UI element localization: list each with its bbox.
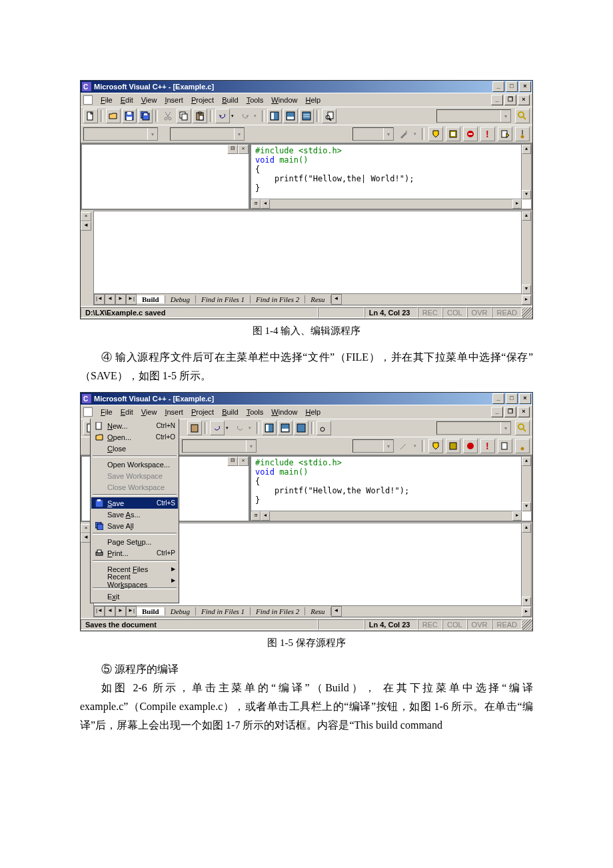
output-scrollbar[interactable]: ▲▼► <box>521 523 531 617</box>
tab-nav-next[interactable]: ► <box>115 606 126 617</box>
maximize-button[interactable]: □ <box>506 81 518 92</box>
horizontal-scrollbar[interactable]: ⊟◄► <box>251 511 522 521</box>
tab-nav-next[interactable]: ► <box>115 294 126 305</box>
tab-find2[interactable]: Find in Files 2 <box>251 295 305 303</box>
horizontal-scrollbar[interactable]: ⊟◄► <box>251 199 522 209</box>
code-editor[interactable]: #include <stdio.h> void main() { printf(… <box>251 456 532 521</box>
workspace-pane[interactable]: ⊟ × <box>81 144 249 209</box>
compile-button[interactable] <box>428 439 443 453</box>
menu-insert[interactable]: Insert <box>161 96 187 104</box>
menu-file[interactable]: File <box>97 96 117 104</box>
tab-build[interactable]: Build <box>137 295 165 303</box>
output-pane[interactable]: ▲▼► |◄ ◄ ► ►| Build Debug Find in Files … <box>93 211 532 305</box>
tab-nav-last[interactable]: ►| <box>126 294 137 305</box>
menu-item-close[interactable]: Close <box>91 443 178 454</box>
mdi-restore-button[interactable]: ❐ <box>504 407 516 417</box>
new-text-button[interactable] <box>83 109 98 123</box>
menu-build[interactable]: Build <box>218 408 242 416</box>
menu-item-exit[interactable]: Exit <box>91 591 178 602</box>
menu-tools[interactable]: Tools <box>243 408 268 416</box>
vertical-scrollbar[interactable]: ▲▼ <box>521 145 531 199</box>
pane-close-button[interactable]: × <box>238 457 249 466</box>
stop-build-button[interactable] <box>463 127 478 141</box>
filter-combo[interactable]: ▼ <box>352 439 394 453</box>
tab-nav-first[interactable]: |◄ <box>94 294 105 305</box>
output-button[interactable] <box>283 109 298 123</box>
wizard-button[interactable] <box>396 127 411 141</box>
copy-button[interactable] <box>177 109 191 123</box>
resize-grip[interactable] <box>522 307 532 318</box>
menu-item-page-setup[interactable]: Page Setup... <box>91 536 178 547</box>
execute-button[interactable]: ! <box>480 439 495 453</box>
close-button[interactable]: × <box>519 393 531 404</box>
tab-debug[interactable]: Debug <box>165 295 196 303</box>
close-button[interactable]: × <box>519 81 531 92</box>
menu-project[interactable]: Project <box>187 408 218 416</box>
find-button[interactable] <box>515 109 530 123</box>
build-button[interactable] <box>446 439 460 453</box>
menu-item-open-workspace[interactable]: Open Workspace... <box>91 459 178 470</box>
go-button[interactable] <box>498 127 512 141</box>
save-button[interactable] <box>122 109 137 123</box>
menu-view[interactable]: View <box>137 408 161 416</box>
pane-dock-button[interactable]: ⊟ <box>227 145 238 154</box>
find-in-files-button[interactable] <box>316 421 331 435</box>
go-button[interactable] <box>498 439 512 453</box>
member-combo[interactable]: ▼ <box>170 127 245 141</box>
undo-button[interactable] <box>215 109 230 123</box>
resize-grip[interactable] <box>522 619 532 630</box>
menu-item-save-all[interactable]: Save All <box>91 520 178 531</box>
menu-project[interactable]: Project <box>187 96 218 104</box>
tab-scroll-left[interactable]: ◄ <box>331 294 342 305</box>
vertical-scrollbar[interactable]: ▲▼ <box>521 457 531 511</box>
compile-button[interactable] <box>428 127 443 141</box>
paste-button[interactable] <box>187 421 202 435</box>
tab-nav-last[interactable]: ►| <box>126 606 137 617</box>
build-button[interactable] <box>446 127 460 141</box>
menu-insert[interactable]: Insert <box>161 408 187 416</box>
mdi-close-button[interactable]: × <box>518 407 530 417</box>
mdi-minimize-button[interactable]: _ <box>491 407 503 417</box>
tab-nav-first[interactable]: |◄ <box>94 606 105 617</box>
menu-build[interactable]: Build <box>218 96 242 104</box>
menu-item-recent-workspaces[interactable]: Recent Workspaces▶ <box>91 575 178 586</box>
output-close-button[interactable]: × <box>81 212 91 221</box>
output-button[interactable] <box>278 421 293 435</box>
find-button[interactable] <box>515 421 530 435</box>
menu-file[interactable]: File <box>97 408 117 416</box>
execute-button[interactable]: ! <box>480 127 495 141</box>
pane-dock-button[interactable]: ⊟ <box>227 457 238 466</box>
pane-close-button[interactable]: × <box>238 145 249 154</box>
menu-item-open[interactable]: Open...Ctrl+O <box>91 431 178 443</box>
open-button[interactable] <box>106 109 121 123</box>
menu-item-new[interactable]: New...Ctrl+N <box>91 420 178 431</box>
class-combo[interactable]: ▼ <box>83 127 158 141</box>
minimize-button[interactable]: _ <box>492 81 504 92</box>
breakpoint-button[interactable] <box>515 127 530 141</box>
window-titlebar[interactable]: C Microsoft Visual C++ - [Example.c] _ □… <box>81 81 532 93</box>
menu-help[interactable]: Help <box>301 408 324 416</box>
tab-nav-prev[interactable]: ◄ <box>105 606 115 617</box>
tab-find1[interactable]: Find in Files 1 <box>196 607 251 615</box>
mdi-minimize-button[interactable]: _ <box>491 95 503 105</box>
menu-edit[interactable]: Edit <box>117 408 137 416</box>
code-editor[interactable]: #include <stdio.h> void main() { printf(… <box>251 144 532 209</box>
menu-window[interactable]: Window <box>267 408 301 416</box>
minimize-button[interactable]: _ <box>492 393 504 404</box>
breakpoint-button[interactable] <box>515 439 530 453</box>
filter-combo[interactable]: ▼ <box>352 127 394 141</box>
menu-view[interactable]: View <box>137 96 161 104</box>
tab-scroll-left[interactable]: ◄ <box>331 606 342 617</box>
find-in-files-button[interactable] <box>322 109 336 123</box>
find-combo[interactable]: ▼ <box>436 421 511 435</box>
member-combo[interactable]: ▼ <box>182 439 257 453</box>
menu-tools[interactable]: Tools <box>243 96 268 104</box>
window-titlebar[interactable]: C Microsoft Visual C++ - [Example.c] _ □… <box>81 393 532 405</box>
maximize-button[interactable]: □ <box>506 393 518 404</box>
window-list-button[interactable] <box>299 109 314 123</box>
workspace-button[interactable] <box>267 109 282 123</box>
menu-edit[interactable]: Edit <box>117 96 137 104</box>
redo-button[interactable] <box>233 421 247 435</box>
paste-button[interactable] <box>193 109 207 123</box>
find-combo[interactable]: ▼ <box>436 109 511 123</box>
